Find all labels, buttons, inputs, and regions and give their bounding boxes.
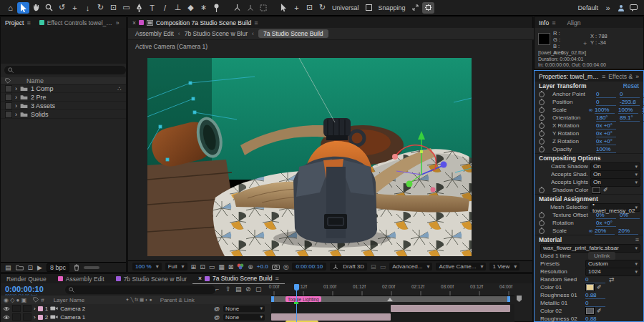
panel-menu-icon[interactable]: ≡ — [552, 19, 555, 26]
camera-tool-icon[interactable]: ⊡ — [107, 2, 119, 14]
resolution-dropdown[interactable]: Full▾ — [165, 263, 187, 270]
tab-properties[interactable]: Properties: towel_messy_02.fbx — [539, 73, 599, 80]
puppet-pin-tool-icon[interactable] — [210, 2, 223, 14]
mesh-selection-dropdown[interactable]: • towel_messy_02▾ — [590, 203, 640, 212]
roi-icon[interactable]: ⊞ — [191, 263, 197, 270]
resolution-dropdown[interactable]: 1024▾ — [585, 268, 640, 276]
stopwatch-icon[interactable] — [539, 187, 545, 193]
new-composition-icon[interactable]: ⊡ — [28, 264, 34, 271]
stopwatch-icon[interactable] — [539, 123, 545, 129]
box-mode-icon[interactable]: ⊡ — [303, 2, 316, 14]
draft-3d-toggle[interactable]: Draft 3D — [330, 263, 367, 270]
material-menu-icon[interactable]: ≡ — [635, 236, 639, 243]
stopwatch-icon[interactable] — [539, 228, 545, 234]
rectangle-tool-icon[interactable]: ▭ — [120, 2, 132, 14]
tab-overflow-icon[interactable]: » — [635, 73, 639, 80]
presets-dropdown[interactable]: Custom▾ — [585, 260, 640, 268]
gizmo-local-axis-icon[interactable] — [231, 2, 243, 14]
close-tab-icon[interactable]: × — [198, 275, 202, 282]
pan-camera-tool-icon[interactable]: + — [69, 2, 81, 14]
guides-icon[interactable]: ▦ — [218, 263, 225, 270]
shy-layers-icon[interactable]: ⇧ — [225, 286, 231, 293]
time-ruler[interactable]: 0:00f 00:12f 01:00f 01:12f 02:00f 02:12f… — [271, 284, 514, 296]
work-area-start-handle[interactable] — [271, 296, 274, 302]
brush-tool-icon[interactable]: / — [159, 2, 171, 14]
reset-link[interactable]: Reset — [623, 82, 639, 89]
rulers-icon[interactable]: ⊠ — [228, 263, 234, 270]
casts-shadows-dropdown[interactable]: On▾ — [590, 162, 640, 171]
tab-render-queue[interactable]: Render Queue — [1, 274, 52, 283]
scrollbar-thumb[interactable] — [84, 266, 99, 269]
transparency-grid-icon[interactable]: ⊡ — [200, 263, 205, 270]
renderer-dropdown[interactable]: Advanced...▾ — [389, 263, 432, 270]
interpret-footage-icon[interactable]: ▤ — [5, 264, 11, 271]
viewport[interactable] — [147, 58, 472, 256]
frame-blending-icon[interactable]: ▤ — [235, 286, 242, 293]
stopwatch-icon[interactable] — [539, 115, 545, 121]
close-tab-icon[interactable]: × — [132, 19, 136, 26]
breadcrumb-7b-studio[interactable]: 7b Studio Scene w Blur — [185, 30, 248, 37]
eyedropper-icon[interactable]: ✐ — [603, 187, 608, 193]
material-assignment-header[interactable]: Material Assignment — [539, 195, 598, 203]
layer-label-chip[interactable] — [38, 315, 43, 320]
marker-bin-icon[interactable] — [516, 296, 522, 303]
accepts-lights-dropdown[interactable]: On▾ — [590, 178, 640, 187]
breadcrumb-current-comp[interactable]: 7a Studio Scene Build — [258, 29, 328, 38]
name-column-header[interactable]: Name — [26, 77, 44, 84]
twirl-icon[interactable]: › — [15, 102, 17, 109]
project-row-solids[interactable]: › Solids — [1, 110, 126, 119]
tab-7a-studio[interactable]: ×7a Studio Scene Build≡ — [192, 274, 285, 284]
snapping-checkbox-icon[interactable] — [363, 2, 375, 14]
expand-arrows-icon[interactable] — [409, 2, 421, 14]
snapping-label[interactable]: Snapping — [379, 4, 406, 11]
tab-info[interactable]: Info — [539, 19, 549, 26]
color02-swatch[interactable] — [585, 307, 595, 315]
panel-menu-icon[interactable]: ≡ — [602, 73, 605, 80]
stopwatch-icon[interactable] — [539, 131, 545, 137]
tab-effect-controls[interactable]: Effect Controls towel_messy_02.fbx — [47, 19, 113, 26]
marker-toggle-lighting[interactable]: Toggle Lighting — [286, 296, 321, 302]
layer-name-column-header[interactable]: Layer Name — [54, 297, 85, 303]
camera2-duration-bar[interactable] — [391, 305, 510, 312]
eyedropper-icon[interactable]: ✐ — [597, 284, 602, 291]
exposure-value[interactable]: +0.0 — [257, 263, 268, 270]
panel-menu-icon[interactable]: ≡ — [275, 275, 279, 282]
project-row-assets[interactable]: › 3 Assets — [1, 102, 126, 110]
layer-name[interactable]: Camera 1 — [60, 314, 85, 321]
add-icon[interactable]: + — [291, 2, 303, 14]
home-icon[interactable]: ⌂ — [4, 2, 16, 14]
material-file-dropdown[interactable]: wax_flower_print_fabric.sbsar▾ — [540, 244, 640, 253]
magnification-dropdown[interactable]: 100 %▾ — [132, 263, 162, 270]
layer-label-chip[interactable] — [38, 306, 43, 311]
workspace-overflow-icon[interactable]: » — [602, 2, 614, 14]
stopwatch-icon[interactable] — [539, 92, 545, 97]
timeline-search-input[interactable] — [65, 286, 215, 294]
type-tool-icon[interactable]: T — [146, 2, 158, 14]
layer-transform-header[interactable]: Layer Transform — [539, 82, 587, 89]
clone-stamp-tool-icon[interactable]: ⊥ — [172, 2, 184, 14]
accepts-shadows-dropdown[interactable]: On▾ — [590, 170, 640, 179]
twirl-icon[interactable]: › — [34, 314, 36, 321]
stopwatch-icon[interactable] — [539, 139, 545, 145]
layer-name[interactable]: Camera 2 — [60, 306, 85, 312]
material-header[interactable]: Material — [539, 236, 562, 243]
share-user-icon[interactable] — [615, 2, 627, 14]
tab-assembly-edit[interactable]: Assembly Edit — [52, 274, 110, 283]
item-label[interactable]: 2 Pre — [31, 94, 47, 101]
stopwatch-icon[interactable] — [539, 107, 545, 113]
selection-option-icon[interactable] — [278, 2, 290, 14]
stopwatch-icon[interactable] — [539, 220, 545, 226]
rotation-tool-icon[interactable]: ↻ — [94, 2, 107, 14]
snapshot-camera-icon[interactable] — [272, 264, 280, 270]
twirl-icon[interactable]: › — [15, 111, 17, 118]
dolly-camera-tool-icon[interactable]: ↓ — [82, 2, 94, 14]
tab-project[interactable]: Project — [5, 19, 24, 26]
channels-icon[interactable] — [237, 263, 244, 270]
color-depth-button[interactable]: 8 bpc — [47, 263, 69, 272]
fast-previews-icon[interactable]: ⊛ — [248, 263, 253, 270]
graph-editor-icon[interactable]: ▢ — [255, 286, 262, 293]
work-area-end-handle[interactable] — [507, 296, 510, 302]
reset-rotation-icon[interactable]: ↻ — [316, 2, 328, 14]
selection-tool-icon[interactable] — [17, 2, 29, 14]
color01-swatch[interactable] — [585, 283, 595, 291]
